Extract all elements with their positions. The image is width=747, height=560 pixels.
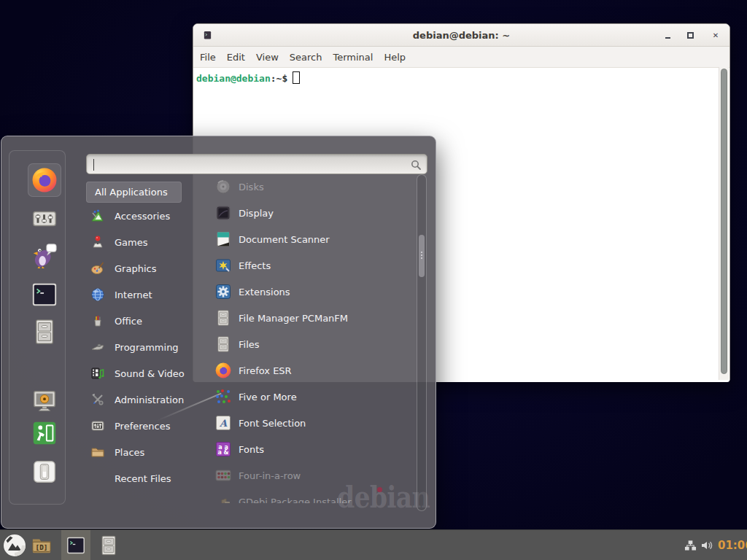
category-all-applications[interactable]: All Applications xyxy=(86,182,182,203)
app-label: GDebi Package Installer xyxy=(239,497,352,504)
app-label: Disks xyxy=(239,182,264,192)
app-label: Four-in-a-row xyxy=(239,470,301,481)
office-icon xyxy=(90,314,105,328)
favorite-control-center[interactable] xyxy=(28,202,61,236)
accessories-icon xyxy=(90,209,105,223)
category-office[interactable]: Office xyxy=(86,308,209,334)
terminal-titlebar[interactable]: debian@debian: ~ xyxy=(193,24,729,47)
firefox-icon xyxy=(214,362,232,379)
close-button[interactable] xyxy=(711,30,721,40)
search-input[interactable] xyxy=(93,157,406,173)
app-row-pcmanfm[interactable]: File Manager PCManFM xyxy=(207,305,415,331)
category-accessories[interactable]: Accessories xyxy=(86,203,209,229)
menu-terminal[interactable]: Terminal xyxy=(333,52,373,63)
games-icon xyxy=(90,235,105,249)
favorite-firefox[interactable] xyxy=(28,163,61,197)
category-sound-video[interactable]: Sound & Video xyxy=(86,360,209,386)
sound-video-icon xyxy=(90,366,105,381)
menu-view[interactable]: View xyxy=(256,52,279,63)
app-label: Fonts xyxy=(239,444,264,455)
maximize-button[interactable] xyxy=(685,30,695,40)
category-label: Preferences xyxy=(115,421,170,432)
menu-scrollbar[interactable] xyxy=(417,174,427,511)
category-label: Accessories xyxy=(115,211,170,222)
prompt-user-host: debian@debian xyxy=(196,73,271,84)
category-places[interactable]: Places xyxy=(86,439,209,465)
terminal-menubar: File Edit View Search Terminal Help xyxy=(193,47,729,68)
network-icon[interactable] xyxy=(684,540,697,551)
lock-screen-icon xyxy=(31,387,58,415)
category-label: Administration xyxy=(115,394,184,405)
application-menu: debian All Applications Accessories Game… xyxy=(1,136,436,529)
app-row-gdebi[interactable]: GDebi Package Installer xyxy=(207,489,415,503)
internet-icon xyxy=(90,287,105,302)
disks-icon xyxy=(214,178,232,195)
taskbar-file-manager-button[interactable]: [D] xyxy=(30,535,53,556)
favorites-panel xyxy=(9,150,66,505)
favorite-shutdown[interactable] xyxy=(28,455,61,489)
app-row-five-or-more[interactable]: Five or More xyxy=(207,384,415,410)
menu-file[interactable]: File xyxy=(200,52,216,63)
category-preferences[interactable]: Preferences xyxy=(86,413,209,439)
volume-icon[interactable] xyxy=(700,540,713,551)
category-games[interactable]: Games xyxy=(86,229,209,255)
category-graphics[interactable]: Graphics xyxy=(86,255,209,281)
terminal-window-title: debian@debian: ~ xyxy=(413,30,510,41)
favorite-terminal[interactable] xyxy=(28,278,61,311)
category-internet[interactable]: Internet xyxy=(86,281,209,308)
app-label: Files xyxy=(239,339,260,350)
taskbar-terminal-button[interactable] xyxy=(61,530,90,560)
clock[interactable]: 01:06 xyxy=(718,539,747,552)
fonts-icon: a aa & xyxy=(214,440,232,458)
app-row-fonts[interactable]: a aa &Fonts xyxy=(207,436,415,462)
taskbar: [D] 01:06 xyxy=(0,529,747,560)
app-label: Extensions xyxy=(239,287,290,298)
desktop: debian@debian: ~ File Edit View Search T… xyxy=(0,0,747,560)
category-administration[interactable]: Administration xyxy=(86,386,209,413)
administration-icon xyxy=(90,392,105,407)
minimize-button[interactable] xyxy=(662,30,673,40)
app-row-disks[interactable]: Disks xyxy=(207,174,415,200)
category-recent-files[interactable]: Recent Files xyxy=(86,465,209,491)
font-selection-icon: A xyxy=(214,414,232,432)
app-row-font-selection[interactable]: AFont Selection xyxy=(207,410,415,436)
app-label: File Manager PCManFM xyxy=(239,313,348,324)
terminal-icon xyxy=(66,535,86,556)
app-row-display[interactable]: Display xyxy=(207,200,415,226)
favorite-file-manager[interactable] xyxy=(28,315,61,349)
terminal-scrollbar-thumb[interactable] xyxy=(721,69,727,374)
firefox-icon xyxy=(31,166,58,194)
app-label: Display xyxy=(239,208,274,219)
menu-edit[interactable]: Edit xyxy=(227,52,245,63)
svg-text:[D]: [D] xyxy=(36,543,48,551)
prompt-path: :~$ xyxy=(271,73,287,84)
app-row-document-scanner[interactable]: Document Scanner xyxy=(207,226,415,252)
category-label: Graphics xyxy=(115,263,156,274)
favorite-lock-screen[interactable] xyxy=(28,384,61,418)
category-label: Games xyxy=(115,237,147,248)
app-row-firefox-esr[interactable]: Firefox ESR xyxy=(207,357,415,384)
search-icon xyxy=(410,159,422,171)
graphics-icon xyxy=(90,261,105,276)
app-label: Effects xyxy=(239,260,271,271)
terminal-scrollbar[interactable] xyxy=(719,67,729,380)
five-or-more-icon xyxy=(214,388,232,405)
file-cabinet-icon xyxy=(214,309,232,327)
terminal-window-icon xyxy=(203,30,212,40)
favorite-logout[interactable] xyxy=(28,416,61,450)
app-row-four-in-a-row[interactable]: Four-in-a-row xyxy=(207,462,415,489)
category-label: Office xyxy=(115,316,142,327)
app-label: Five or More xyxy=(239,392,297,402)
app-label: Font Selection xyxy=(239,418,306,429)
category-label: Sound & Video xyxy=(115,368,185,379)
taskbar-files-button[interactable] xyxy=(98,534,120,556)
category-programming[interactable]: Programming xyxy=(86,334,209,360)
menu-search[interactable]: Search xyxy=(290,52,322,63)
app-row-files[interactable]: Files xyxy=(207,331,415,357)
app-row-effects[interactable]: Effects xyxy=(207,252,415,279)
menu-scrollbar-thumb[interactable] xyxy=(419,235,425,277)
favorite-pidgin[interactable] xyxy=(28,238,61,272)
app-row-extensions[interactable]: Extensions xyxy=(207,279,415,305)
menu-help[interactable]: Help xyxy=(384,52,406,63)
start-menu-button[interactable] xyxy=(3,534,26,557)
